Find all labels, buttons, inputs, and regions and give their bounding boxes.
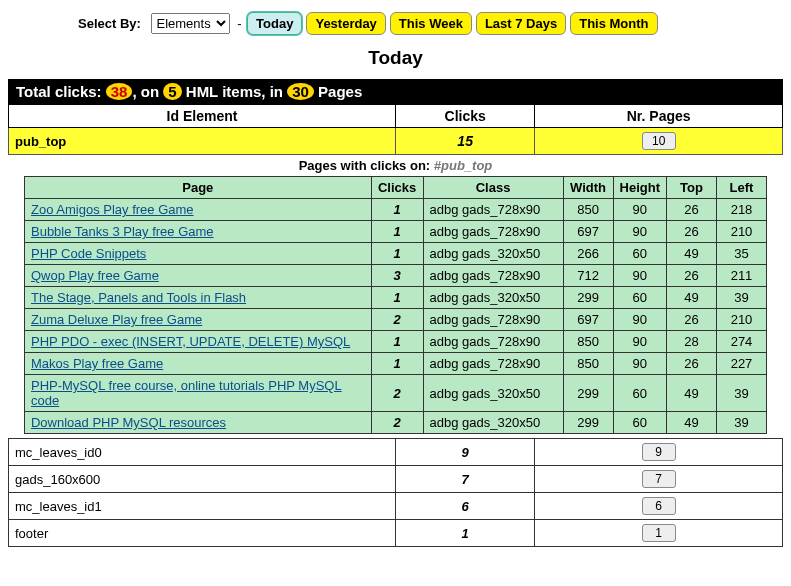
range-button-this-week[interactable]: This Week	[390, 12, 472, 35]
page-class: adbg gads_320x50	[423, 287, 563, 309]
element-clicks: 15	[396, 128, 535, 155]
page-height: 60	[613, 375, 666, 412]
col-class: Class	[423, 177, 563, 199]
page-link[interactable]: Zoo Amigos Play free Game	[31, 202, 194, 217]
page-link[interactable]: Bubble Tanks 3 Play free Game	[31, 224, 214, 239]
element-clicks: 7	[396, 466, 535, 493]
page-height: 90	[613, 199, 666, 221]
dash: -	[237, 16, 241, 31]
total-items: 5	[163, 83, 181, 100]
page-detail-row: PHP PDO - exec (INSERT, UPDATE, DELETE) …	[24, 331, 766, 353]
page-detail-row: PHP-MySQL free course, online tutorials …	[24, 375, 766, 412]
range-button-today[interactable]: Today	[247, 12, 302, 35]
page-width: 850	[563, 199, 613, 221]
element-row[interactable]: mc_leaves_id166	[9, 493, 783, 520]
col-id-header: Id Element	[9, 105, 396, 128]
page-detail-row: The Stage, Panels and Tools in Flash1adb…	[24, 287, 766, 309]
page-height: 60	[613, 287, 666, 309]
page-height: 60	[613, 412, 666, 434]
element-row[interactable]: gads_160x60077	[9, 466, 783, 493]
range-button-yesterday[interactable]: Yesterday	[306, 12, 385, 35]
col-left: Left	[717, 177, 767, 199]
element-row[interactable]: footer11	[9, 520, 783, 547]
page-width: 697	[563, 221, 613, 243]
page-detail-row: Zoo Amigos Play free Game1adbg gads_728x…	[24, 199, 766, 221]
element-id: mc_leaves_id1	[9, 493, 396, 520]
element-row[interactable]: mc_leaves_id099	[9, 439, 783, 466]
page-left: 35	[717, 243, 767, 265]
page-left: 274	[717, 331, 767, 353]
page-class: adbg gads_320x50	[423, 375, 563, 412]
range-button-this-month[interactable]: This Month	[570, 12, 657, 35]
page-height: 60	[613, 243, 666, 265]
detail-caption: Pages with clicks on: #pub_top	[9, 155, 783, 177]
pages-detail-table: PageClicksClassWidthHeightTopLeftZoo Ami…	[24, 176, 767, 434]
total-clicks: 38	[106, 83, 133, 100]
page-class: adbg gads_320x50	[423, 412, 563, 434]
filter-bar: Select By: Elements - TodayYesterdayThis…	[8, 8, 783, 43]
page-clicks: 1	[371, 353, 423, 375]
element-clicks: 9	[396, 439, 535, 466]
pages-count-button[interactable]: 1	[642, 524, 676, 542]
page-height: 90	[613, 265, 666, 287]
page-clicks: 3	[371, 265, 423, 287]
page-left: 39	[717, 375, 767, 412]
page-left: 227	[717, 353, 767, 375]
page-top: 49	[667, 412, 717, 434]
page-detail-row: Download PHP MySQL resources2adbg gads_3…	[24, 412, 766, 434]
pages-count-button[interactable]: 7	[642, 470, 676, 488]
page-link[interactable]: PHP-MySQL free course, online tutorials …	[31, 378, 342, 408]
col-height: Height	[613, 177, 666, 199]
page-detail-row: PHP Code Snippets1adbg gads_320x50266604…	[24, 243, 766, 265]
page-class: adbg gads_728x90	[423, 221, 563, 243]
page-clicks: 2	[371, 309, 423, 331]
element-row-selected[interactable]: pub_top1510	[9, 128, 783, 155]
col-top: Top	[667, 177, 717, 199]
total-pages: 30	[287, 83, 314, 100]
page-link[interactable]: Zuma Deluxe Play free Game	[31, 312, 202, 327]
page-detail-row: Zuma Deluxe Play free Game2adbg gads_728…	[24, 309, 766, 331]
page-clicks: 1	[371, 331, 423, 353]
page-left: 211	[717, 265, 767, 287]
page-title: Today	[8, 47, 783, 69]
page-width: 697	[563, 309, 613, 331]
page-height: 90	[613, 353, 666, 375]
range-button-last-7-days[interactable]: Last 7 Days	[476, 12, 566, 35]
pages-count-button[interactable]: 9	[642, 443, 676, 461]
page-link[interactable]: Makos Play free Game	[31, 356, 163, 371]
page-top: 28	[667, 331, 717, 353]
page-clicks: 2	[371, 412, 423, 434]
pages-count-button[interactable]: 6	[642, 497, 676, 515]
page-top: 26	[667, 309, 717, 331]
page-class: adbg gads_728x90	[423, 353, 563, 375]
page-class: adbg gads_728x90	[423, 331, 563, 353]
pages-count-button[interactable]: 10	[642, 132, 676, 150]
page-top: 26	[667, 265, 717, 287]
page-width: 266	[563, 243, 613, 265]
col-width: Width	[563, 177, 613, 199]
page-class: adbg gads_728x90	[423, 199, 563, 221]
page-left: 39	[717, 412, 767, 434]
page-link[interactable]: Qwop Play free Game	[31, 268, 159, 283]
page-link[interactable]: PHP PDO - exec (INSERT, UPDATE, DELETE) …	[31, 334, 350, 349]
page-link[interactable]: PHP Code Snippets	[31, 246, 146, 261]
totals-bar: Total clicks: 38, on 5 HML items, in 30 …	[8, 79, 783, 104]
page-width: 850	[563, 331, 613, 353]
page-link[interactable]: Download PHP MySQL resources	[31, 415, 226, 430]
page-width: 850	[563, 353, 613, 375]
page-top: 26	[667, 353, 717, 375]
page-detail-row: Makos Play free Game1adbg gads_728x90850…	[24, 353, 766, 375]
page-height: 90	[613, 309, 666, 331]
page-clicks: 1	[371, 221, 423, 243]
page-class: adbg gads_728x90	[423, 309, 563, 331]
page-detail-row: Bubble Tanks 3 Play free Game1adbg gads_…	[24, 221, 766, 243]
page-width: 712	[563, 265, 613, 287]
element-id: footer	[9, 520, 396, 547]
page-clicks: 1	[371, 287, 423, 309]
col-page: Page	[24, 177, 371, 199]
select-by-label: Select By:	[78, 16, 141, 31]
page-link[interactable]: The Stage, Panels and Tools in Flash	[31, 290, 246, 305]
select-by-dropdown[interactable]: Elements	[151, 13, 230, 34]
page-left: 210	[717, 309, 767, 331]
element-id: mc_leaves_id0	[9, 439, 396, 466]
